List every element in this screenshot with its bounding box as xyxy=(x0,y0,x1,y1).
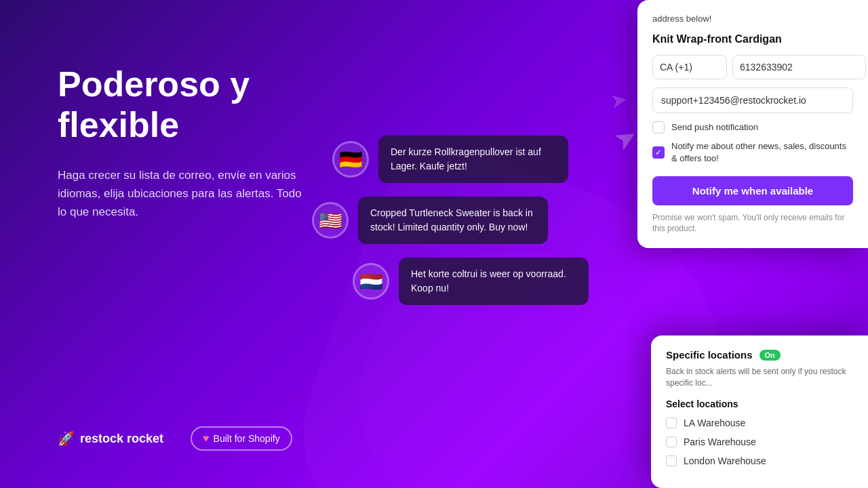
notify-top-text: address below! xyxy=(652,14,853,24)
marketing-checkbox[interactable]: ✓ xyxy=(652,146,665,159)
bubble-text-1: Der kurze Rollkragenpullover ist auf Lag… xyxy=(378,136,568,183)
product-title: Knit Wrap-front Cardigan xyxy=(652,33,853,45)
bubble-1: 🇩🇪 Der kurze Rollkragenpullover ist auf … xyxy=(332,136,589,183)
push-notification-checkbox[interactable] xyxy=(652,121,665,134)
on-badge: On xyxy=(760,350,781,361)
phone-number-input[interactable] xyxy=(732,55,866,79)
location-item-la: LA Warehouse xyxy=(666,418,853,428)
hero-title: Poderoso y flexible xyxy=(58,64,342,146)
location-item-london: London Warehouse xyxy=(666,455,853,466)
marketing-label: Notify me about other news, sales, disco… xyxy=(671,140,853,165)
location-item-paris: Paris Warehouse xyxy=(666,436,853,447)
locations-header: Specific locations On xyxy=(666,349,853,361)
notify-button[interactable]: Notify me when available xyxy=(652,176,853,205)
shopify-badge: ♥ Built for Shopify xyxy=(191,426,292,451)
brand-name: restock rocket xyxy=(80,432,163,446)
bubble-text-2: Cropped Turtleneck Sweater is back in st… xyxy=(358,197,548,244)
paris-warehouse-checkbox[interactable] xyxy=(666,436,677,447)
locations-card-title: Specific locations xyxy=(666,349,753,361)
brand-row: 🚀 restock rocket ♥ Built for Shopify xyxy=(58,426,292,451)
phone-country-select[interactable]: CA (+1) US (+1) UK (+44) xyxy=(652,55,727,79)
email-input[interactable] xyxy=(652,87,853,113)
hero-description: Haga crecer su lista de correo, envíe en… xyxy=(58,166,302,222)
flag-german: 🇩🇪 xyxy=(332,141,369,178)
arrow-decoration-2: ➤ xyxy=(608,87,629,113)
flag-us: 🇺🇸 xyxy=(312,202,349,239)
paris-warehouse-label: Paris Warehouse xyxy=(684,436,756,447)
bubble-3: 🇳🇱 Het korte coltrui is weer op voorraad… xyxy=(353,258,589,305)
push-notification-row: Send push notification xyxy=(652,121,853,134)
shopify-heart-icon: ♥ xyxy=(203,432,210,445)
spam-disclaimer: Promise we won't spam. You'll only recei… xyxy=(652,212,853,235)
select-locations-label: Select locations xyxy=(666,399,853,409)
phone-row: CA (+1) US (+1) UK (+44) xyxy=(652,55,853,79)
bubbles-container: 🇩🇪 Der kurze Rollkragenpullover ist auf … xyxy=(312,136,589,319)
brand-icon: 🚀 xyxy=(58,430,75,447)
la-warehouse-label: LA Warehouse xyxy=(684,418,745,428)
la-warehouse-checkbox[interactable] xyxy=(666,418,677,428)
london-warehouse-checkbox[interactable] xyxy=(666,455,677,466)
marketing-row: ✓ Notify me about other news, sales, dis… xyxy=(652,140,853,165)
bubble-text-3: Het korte coltrui is weer op voorraad. K… xyxy=(399,258,589,305)
flag-dutch: 🇳🇱 xyxy=(353,263,389,300)
bubble-2: 🇺🇸 Cropped Turtleneck Sweater is back in… xyxy=(312,197,589,244)
push-notification-label: Send push notification xyxy=(671,121,758,134)
london-warehouse-label: London Warehouse xyxy=(684,455,766,466)
hero-panel: Poderoso y flexible Haga crecer su lista… xyxy=(58,64,342,255)
notify-card: address below! Knit Wrap-front Cardigan … xyxy=(637,0,868,248)
locations-card: Specific locations On Back in stock aler… xyxy=(651,336,868,488)
brand-logo: 🚀 restock rocket xyxy=(58,430,163,447)
shopify-badge-label: Built for Shopify xyxy=(214,433,280,444)
locations-description: Back in stock alerts will be sent only i… xyxy=(666,366,853,389)
